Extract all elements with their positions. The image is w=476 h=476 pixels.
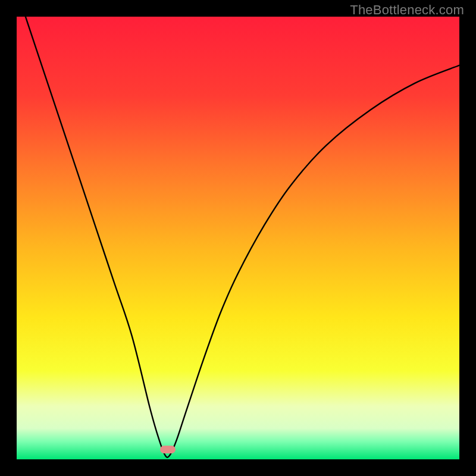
chart-frame: TheBottleneck.com (0, 0, 476, 476)
minimum-marker (160, 446, 176, 453)
curve-svg (17, 17, 459, 459)
watermark-text: TheBottleneck.com (350, 2, 464, 18)
plot-area (17, 17, 459, 459)
bottleneck-curve (26, 17, 459, 458)
